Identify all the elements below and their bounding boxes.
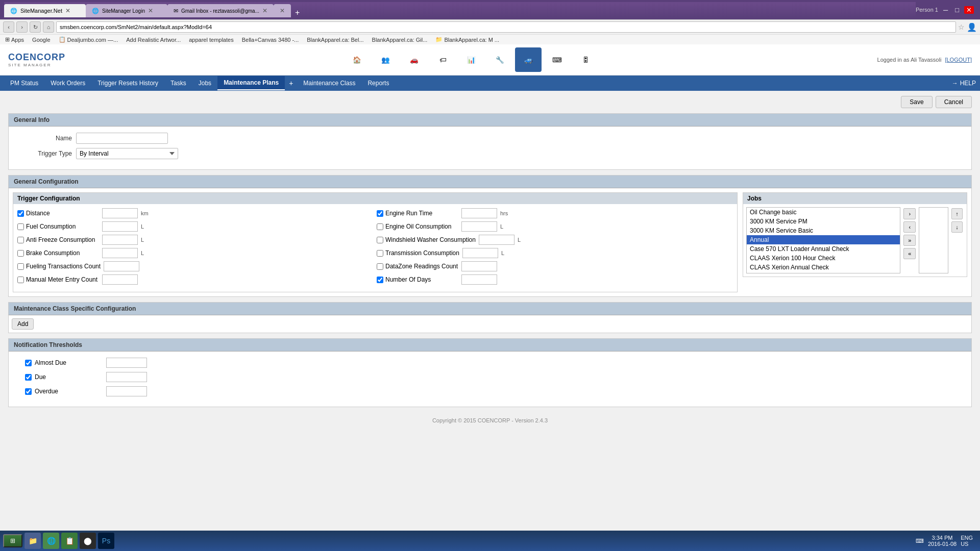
bookmark-blank3[interactable]: 📁 BlankApparel.ca: M ... <box>433 36 501 43</box>
nav-work-orders[interactable]: Work Orders <box>44 77 91 90</box>
name-input[interactable] <box>76 133 168 144</box>
nav-icon-wrench[interactable]: 🔧 <box>486 47 513 72</box>
overdue-value[interactable]: 120.00 <box>106 386 147 396</box>
engine-run-checkbox[interactable] <box>377 210 383 217</box>
nav-jobs[interactable]: Jobs <box>192 77 217 90</box>
job-item-6[interactable]: CLAAS Xerion Annual Check <box>747 263 900 272</box>
address-input[interactable] <box>56 21 956 33</box>
num-days-checkbox-label[interactable]: Number Of Days <box>377 276 458 283</box>
windshield-checkbox-label[interactable]: Windshield Washer Consumption <box>377 236 476 243</box>
num-days-value[interactable]: 180.00 <box>461 274 497 285</box>
transfer-left-button[interactable]: ‹ <box>903 221 916 233</box>
bookmark-apparel[interactable]: apparel templates <box>187 36 235 43</box>
maximize-button[interactable]: □ <box>953 6 961 14</box>
bookmark-realistic[interactable]: Add Realistic Artwor... <box>124 36 183 43</box>
forward-button[interactable]: › <box>16 21 28 33</box>
bookmark-dealjumbo[interactable]: 📋 Dealjumbo.com —... <box>57 36 120 43</box>
nav-tasks[interactable]: Tasks <box>164 77 192 90</box>
new-tab-button[interactable]: + <box>291 8 304 17</box>
bookmark-apps[interactable]: ⊞ Apps <box>3 36 26 43</box>
bookmark-bella[interactable]: Bella+Canvas 3480 -... <box>240 36 301 43</box>
datazone-checkbox-label[interactable]: DataZone Readings Count <box>377 263 458 270</box>
bookmark-star-icon[interactable]: ☆ <box>958 23 965 31</box>
datazone-checkbox[interactable] <box>377 263 383 270</box>
close-browser-button[interactable]: ✕ <box>964 6 974 14</box>
job-item-2[interactable]: 3000 KM Service Basic <box>747 226 900 235</box>
nav-icon-tag[interactable]: 🏷 <box>429 47 456 72</box>
job-item-0[interactable]: Oil Change basic <box>747 208 900 217</box>
brake-value[interactable] <box>102 248 138 258</box>
due-value[interactable]: 100.00 <box>106 372 147 382</box>
manual-meter-checkbox-label[interactable]: Manual Meter Entry Count <box>17 276 99 283</box>
fueling-checkbox-label[interactable]: Fueling Transactions Count <box>17 263 101 270</box>
due-checkbox[interactable] <box>25 374 32 381</box>
manual-meter-checkbox[interactable] <box>17 277 24 283</box>
bookmark-blank1[interactable]: BlankApparel.ca: Bel... <box>305 36 365 43</box>
browser-tab-2[interactable]: 🌐 SiteManager Login ✕ <box>86 4 167 17</box>
tab-close-4[interactable]: ✕ <box>280 7 285 14</box>
job-item-5[interactable]: CLAAS Xerion 100 Hour Check <box>747 254 900 263</box>
nav-pm-status[interactable]: PM Status <box>4 77 44 90</box>
almost-due-checkbox[interactable] <box>25 360 32 366</box>
nav-help[interactable]: → HELP <box>952 80 976 87</box>
back-button[interactable]: ‹ <box>3 21 14 33</box>
datazone-value[interactable] <box>461 261 497 271</box>
fueling-value[interactable] <box>104 261 139 271</box>
minimize-button[interactable]: ─ <box>941 6 950 14</box>
transmission-value[interactable] <box>462 248 498 258</box>
job-item-1[interactable]: 3000 KM Service PM <box>747 217 900 226</box>
engine-oil-checkbox-label[interactable]: Engine Oil Consumption <box>377 223 458 230</box>
windshield-checkbox[interactable] <box>377 237 383 243</box>
job-item-3[interactable]: Annual <box>747 235 900 244</box>
manual-meter-value[interactable] <box>102 274 138 285</box>
fuel-checkbox-label[interactable]: Fuel Consumption <box>17 223 99 230</box>
nav-maintenance-class[interactable]: Maintenance Class <box>297 77 361 90</box>
move-down-button[interactable]: ↓ <box>951 221 963 233</box>
home-nav-button[interactable]: ⌂ <box>43 21 54 33</box>
trigger-type-select[interactable]: By Interval By Calendar By Meter <box>76 148 178 159</box>
distance-checkbox[interactable] <box>17 210 24 217</box>
transfer-all-right-button[interactable]: » <box>903 235 916 246</box>
windshield-value[interactable] <box>479 235 514 245</box>
engine-oil-value[interactable] <box>461 221 497 232</box>
available-jobs-listbox[interactable]: Oil Change basic 3000 KM Service PM 3000… <box>746 207 900 273</box>
antifreeze-checkbox[interactable] <box>17 237 24 243</box>
transfer-all-left-button[interactable]: « <box>903 248 916 259</box>
distance-value[interactable]: 8,000.00 <box>102 208 138 218</box>
save-button[interactable]: Save <box>901 96 932 108</box>
brake-checkbox-label[interactable]: Brake Consumption <box>17 249 99 257</box>
job-item-7[interactable]: Class 55 & 56 (Heavy Duty Truck) 100 Hou… <box>747 272 900 273</box>
user-account-icon[interactable]: 👤 <box>967 22 977 32</box>
overdue-checkbox[interactable] <box>25 388 32 395</box>
engine-oil-checkbox[interactable] <box>377 223 383 230</box>
nav-plus-button[interactable]: + <box>285 79 297 87</box>
almost-due-value[interactable]: 80.00 <box>106 358 147 368</box>
transmission-checkbox[interactable] <box>377 250 383 257</box>
nav-icon-sliders[interactable]: 🎛 <box>572 47 599 72</box>
cancel-button[interactable]: Cancel <box>936 96 972 108</box>
bookmark-google[interactable]: Google <box>30 36 52 43</box>
nav-trigger-resets[interactable]: Trigger Resets History <box>91 77 164 90</box>
tab-close-2[interactable]: ✕ <box>148 7 153 14</box>
antifreeze-value[interactable] <box>102 235 138 245</box>
logout-link[interactable]: [LOGOUT] <box>945 57 972 63</box>
browser-tab-4[interactable]: ✕ <box>274 4 291 17</box>
move-up-button[interactable]: ↑ <box>951 208 963 219</box>
tab-close-3[interactable]: ✕ <box>262 7 267 14</box>
distance-checkbox-label[interactable]: Distance <box>17 210 99 217</box>
fuel-checkbox[interactable] <box>17 223 24 230</box>
nav-reports[interactable]: Reports <box>361 77 395 90</box>
brake-checkbox[interactable] <box>17 250 24 257</box>
engine-run-checkbox-label[interactable]: Engine Run Time <box>377 210 458 217</box>
fuel-value[interactable] <box>102 221 138 232</box>
add-button[interactable]: Add <box>12 318 34 330</box>
tab-close-1[interactable]: ✕ <box>65 7 70 14</box>
job-item-4[interactable]: Case 570 LXT Loader Annual Check <box>747 244 900 254</box>
nav-maintenance-plans[interactable]: Maintenance Plans <box>217 76 285 90</box>
nav-icon-car-service[interactable]: 🚙 <box>515 47 542 72</box>
bookmark-blank2[interactable]: BlankApparel.ca: Gil... <box>370 36 430 43</box>
fueling-checkbox[interactable] <box>17 263 24 270</box>
transfer-right-button[interactable]: › <box>903 208 916 219</box>
refresh-button[interactable]: ↻ <box>30 21 41 33</box>
nav-icon-keyboard[interactable]: ⌨ <box>544 47 570 72</box>
